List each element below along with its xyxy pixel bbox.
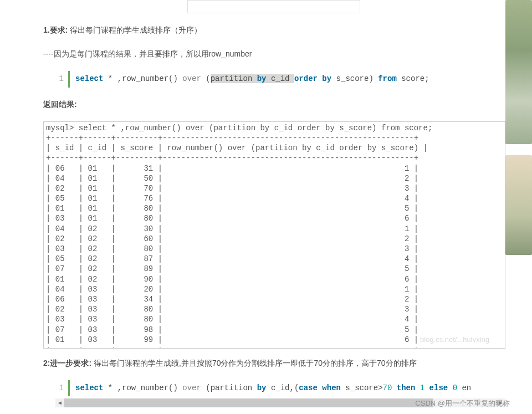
code-block-1: 1 select * ,row_number() over (partition… [55, 71, 505, 87]
result-query-line: mysql> select * ,row_number() over (part… [46, 124, 432, 132]
page-footer-credit: CSDN @用一个不重复的昵称 [415, 397, 510, 408]
sidebar-thumbnails [505, 0, 532, 299]
section-2-title: 2:进一步要求: 得出每门课程的学生成绩,并且按照70分作为分割线排序一即低于7… [43, 356, 505, 370]
watermark: blog.cs.net/...hulvxing [420, 335, 489, 345]
code-content-1[interactable]: select * ,row_number() over (partition b… [70, 71, 429, 87]
line-number: 1 [55, 380, 70, 396]
empty-box-top [187, 0, 360, 13]
result-sep: +------+------+---------+---------------… [46, 345, 418, 349]
scroll-left-icon[interactable]: ◄ [55, 398, 64, 407]
line-number: 1 [55, 71, 70, 87]
sql-result-box[interactable]: mysql> select * ,row_number() over (part… [43, 121, 505, 349]
section-2-text: 得出每门课程的学生成绩,并且按照70分作为分割线排序一即低于70分的排序，高于7… [91, 359, 417, 367]
section-1-title: 1.要求: 得出每门课程的学生成绩排序（升序） [43, 23, 505, 37]
result-sep: +------+------+---------+---------------… [46, 134, 418, 142]
code-block-2: 1 select * ,row_number() over (partition… [55, 380, 505, 396]
scrollbar-thumb[interactable] [64, 398, 433, 407]
explanation-1: ----因为是每门课程的结果，并且要排序，所以用row_number [43, 47, 505, 61]
code-content-2[interactable]: select * ,row_number() over (partition b… [70, 380, 471, 396]
section-1-label: 1.要求: [43, 25, 68, 34]
result-sep: +------+------+---------+---------------… [46, 154, 418, 162]
result-rows: | 06 | 01 | 31 | 1 | | 04 | 01 | 50 | 2 … [46, 164, 418, 344]
sidebar-image-2[interactable] [505, 155, 532, 255]
result-header: | s_id | c_id | s_score | row_number() o… [46, 144, 428, 152]
sidebar-image-1[interactable] [505, 0, 532, 144]
section-1-text: 得出每门课程的学生成绩排序（升序） [68, 25, 202, 34]
result-label: 返回结果: [43, 98, 505, 111]
section-2-label: 2:进一步要求: [43, 359, 91, 367]
